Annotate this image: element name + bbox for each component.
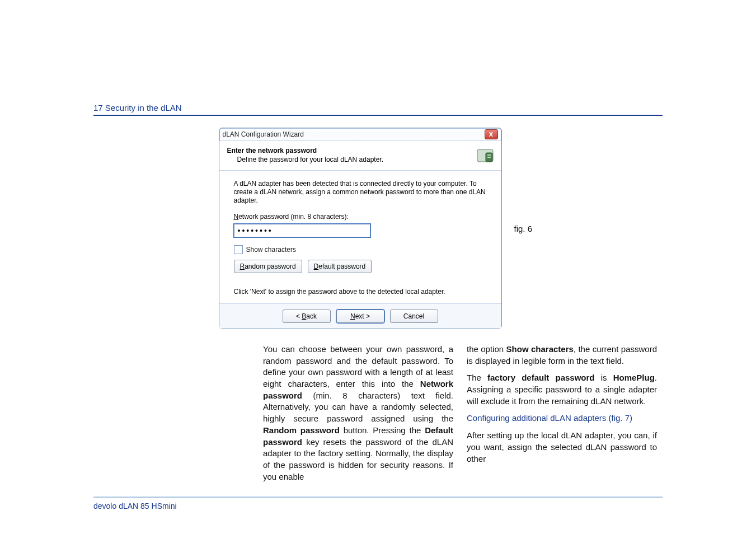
dialog-header: Enter the network password Define the pa… — [219, 141, 501, 171]
left-paragraph: You can choose between your own password… — [263, 344, 453, 483]
right-paragraph-2: The factory default password is HomePlug… — [467, 372, 657, 407]
default-password-button[interactable]: Default password — [308, 260, 372, 273]
config-subheading: Configuring additional dLAN adapters (fi… — [467, 413, 657, 424]
random-password-button[interactable]: Random password — [234, 260, 302, 273]
window-title: dLAN Configuration Wizard — [223, 130, 304, 138]
titlebar: dLAN Configuration Wizard X — [219, 128, 501, 141]
right-paragraph-3: After setting up the local dLAN adapter,… — [467, 430, 657, 465]
right-paragraph-1: the option Show characters, the current … — [467, 344, 657, 367]
body-columns: You can choose between your own password… — [263, 344, 657, 488]
svg-rect-3 — [487, 157, 491, 158]
left-column: You can choose between your own password… — [263, 344, 453, 488]
svg-rect-2 — [487, 154, 491, 156]
figure-number: fig. 6 — [514, 224, 533, 233]
password-label: Network password (min. 8 characters): — [234, 213, 487, 221]
show-characters-checkbox[interactable] — [234, 245, 243, 254]
right-column: the option Show characters, the current … — [467, 344, 657, 488]
show-characters-label: Show characters — [246, 246, 296, 254]
config-wizard-dialog: dLAN Configuration Wizard X Enter the ne… — [219, 128, 502, 329]
password-input[interactable] — [234, 224, 370, 237]
cancel-button[interactable]: Cancel — [390, 310, 438, 323]
dialog-title: Enter the network password — [227, 147, 383, 154]
wizard-icon — [476, 147, 495, 166]
close-icon[interactable]: X — [485, 129, 498, 139]
page-footer: devolo dLAN 85 HSmini — [93, 496, 663, 510]
page-header: 17 Security in the dLAN — [93, 103, 663, 116]
figure-container: dLAN Configuration Wizard X Enter the ne… — [219, 128, 538, 329]
back-button[interactable]: < Back — [283, 310, 331, 323]
next-button[interactable]: Next > — [336, 310, 384, 323]
dialog-hint: Click 'Next' to assign the password abov… — [234, 288, 487, 296]
dialog-paragraph: A dLAN adapter has been detected that is… — [234, 180, 487, 205]
dialog-subtitle: Define the password for your local dLAN … — [237, 156, 383, 163]
